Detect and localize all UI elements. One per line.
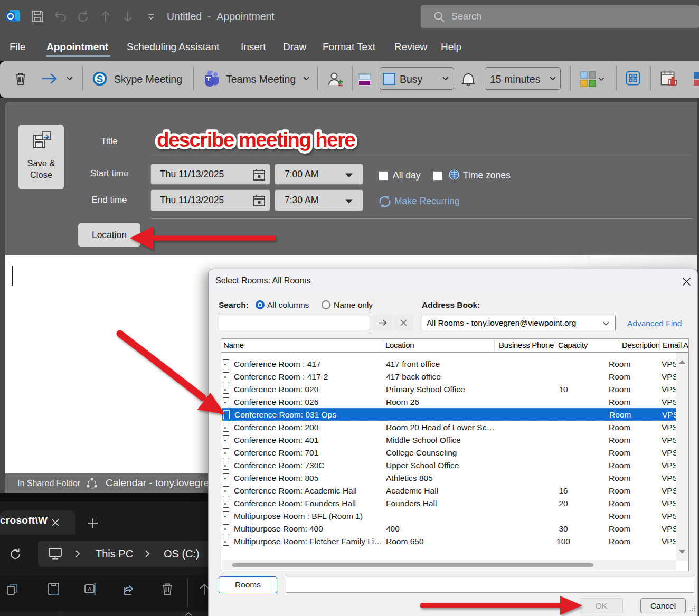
- svg-text:A: A: [88, 586, 92, 592]
- svg-text:S: S: [97, 73, 103, 84]
